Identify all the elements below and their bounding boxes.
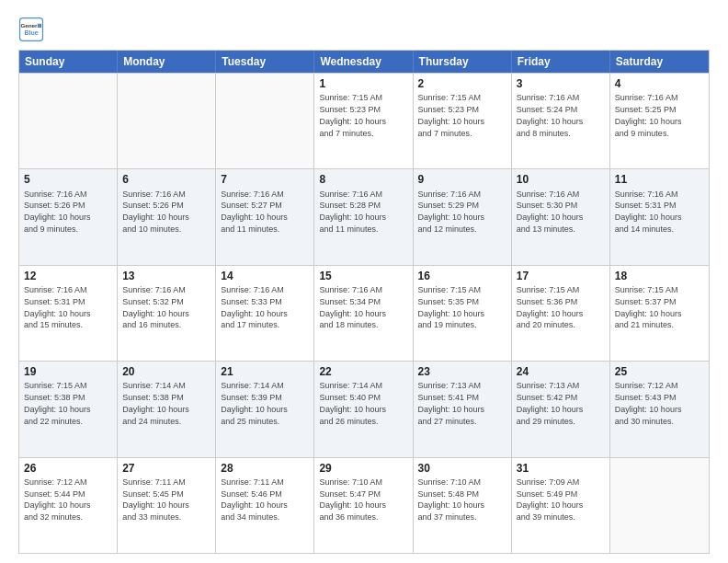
cell-info: Sunrise: 7:16 AM Sunset: 5:28 PM Dayligh… [319,190,386,234]
day-number: 7 [221,172,309,187]
calendar-cell: 15Sunrise: 7:16 AM Sunset: 5:34 PM Dayli… [314,266,413,361]
day-number: 29 [319,461,407,476]
cell-info: Sunrise: 7:16 AM Sunset: 5:33 PM Dayligh… [221,285,288,329]
calendar-cell: 26Sunrise: 7:12 AM Sunset: 5:44 PM Dayli… [19,458,118,553]
calendar-cell: 7Sunrise: 7:16 AM Sunset: 5:27 PM Daylig… [216,169,314,264]
day-number: 21 [221,364,309,379]
cell-info: Sunrise: 7:16 AM Sunset: 5:24 PM Dayligh… [517,93,584,137]
calendar-header: SundayMondayTuesdayWednesdayThursdayFrid… [19,51,709,73]
calendar-cell: 13Sunrise: 7:16 AM Sunset: 5:32 PM Dayli… [118,266,216,361]
day-number: 9 [418,172,506,187]
cell-info: Sunrise: 7:12 AM Sunset: 5:44 PM Dayligh… [24,477,91,522]
calendar-cell: 31Sunrise: 7:09 AM Sunset: 5:49 PM Dayli… [512,458,610,553]
logo: General Blue [18,17,44,42]
cell-info: Sunrise: 7:16 AM Sunset: 5:29 PM Dayligh… [418,190,485,234]
day-number: 26 [24,461,112,476]
day-number: 8 [319,172,407,187]
calendar-row: 26Sunrise: 7:12 AM Sunset: 5:44 PM Dayli… [19,457,709,553]
cell-info: Sunrise: 7:10 AM Sunset: 5:47 PM Dayligh… [319,477,386,522]
calendar-row: 1Sunrise: 7:15 AM Sunset: 5:23 PM Daylig… [19,73,709,168]
calendar-row: 5Sunrise: 7:16 AM Sunset: 5:26 PM Daylig… [19,168,709,264]
calendar-cell: 10Sunrise: 7:16 AM Sunset: 5:30 PM Dayli… [512,169,610,264]
cell-info: Sunrise: 7:15 AM Sunset: 5:23 PM Dayligh… [418,93,485,137]
calendar-cell: 6Sunrise: 7:16 AM Sunset: 5:26 PM Daylig… [118,169,216,264]
calendar-cell: 25Sunrise: 7:12 AM Sunset: 5:43 PM Dayli… [610,362,709,456]
cell-info: Sunrise: 7:16 AM Sunset: 5:26 PM Dayligh… [24,190,91,234]
calendar-cell: 14Sunrise: 7:16 AM Sunset: 5:33 PM Dayli… [216,266,314,361]
day-number: 1 [319,76,407,91]
cell-info: Sunrise: 7:11 AM Sunset: 5:45 PM Dayligh… [122,477,189,522]
logo-icon: General Blue [18,17,44,42]
day-number: 11 [615,172,704,187]
cell-info: Sunrise: 7:16 AM Sunset: 5:25 PM Dayligh… [615,93,682,137]
calendar-cell: 21Sunrise: 7:14 AM Sunset: 5:39 PM Dayli… [216,362,314,456]
day-number: 6 [122,172,210,187]
day-number: 16 [418,269,506,283]
cell-info: Sunrise: 7:13 AM Sunset: 5:41 PM Dayligh… [418,381,485,425]
cell-info: Sunrise: 7:15 AM Sunset: 5:35 PM Dayligh… [418,285,485,329]
day-number: 28 [221,461,309,476]
header-day: Monday [118,51,216,73]
calendar-cell: 3Sunrise: 7:16 AM Sunset: 5:24 PM Daylig… [512,74,610,168]
svg-text:Blue: Blue [24,29,38,36]
cell-info: Sunrise: 7:12 AM Sunset: 5:43 PM Dayligh… [615,381,682,425]
calendar-cell: 28Sunrise: 7:11 AM Sunset: 5:46 PM Dayli… [216,458,314,553]
calendar-cell: 19Sunrise: 7:15 AM Sunset: 5:38 PM Dayli… [19,362,118,456]
day-number: 24 [517,364,605,379]
day-number: 22 [319,364,407,379]
header-day: Friday [512,51,610,73]
cell-info: Sunrise: 7:16 AM Sunset: 5:31 PM Dayligh… [24,285,91,329]
header-day: Tuesday [216,51,314,73]
calendar-cell: 2Sunrise: 7:15 AM Sunset: 5:23 PM Daylig… [414,74,512,168]
day-number: 18 [615,269,704,283]
calendar: SundayMondayTuesdayWednesdayThursdayFrid… [18,50,710,554]
cell-info: Sunrise: 7:15 AM Sunset: 5:38 PM Dayligh… [24,381,91,425]
cell-info: Sunrise: 7:09 AM Sunset: 5:49 PM Dayligh… [517,477,584,522]
calendar-row: 12Sunrise: 7:16 AM Sunset: 5:31 PM Dayli… [19,265,709,361]
calendar-cell [118,74,216,168]
day-number: 2 [418,76,506,91]
cell-info: Sunrise: 7:16 AM Sunset: 5:34 PM Dayligh… [319,285,386,329]
day-number: 14 [221,269,309,283]
calendar-cell: 17Sunrise: 7:15 AM Sunset: 5:36 PM Dayli… [512,266,610,361]
calendar-cell: 5Sunrise: 7:16 AM Sunset: 5:26 PM Daylig… [19,169,118,264]
calendar-cell: 8Sunrise: 7:16 AM Sunset: 5:28 PM Daylig… [314,169,413,264]
day-number: 30 [418,461,506,476]
day-number: 15 [319,269,407,283]
calendar-cell: 24Sunrise: 7:13 AM Sunset: 5:42 PM Dayli… [512,362,610,456]
calendar-row: 19Sunrise: 7:15 AM Sunset: 5:38 PM Dayli… [19,361,709,456]
day-number: 19 [24,364,112,379]
calendar-cell: 18Sunrise: 7:15 AM Sunset: 5:37 PM Dayli… [610,266,709,361]
calendar-body: 1Sunrise: 7:15 AM Sunset: 5:23 PM Daylig… [19,73,709,553]
day-number: 13 [122,269,210,283]
cell-info: Sunrise: 7:13 AM Sunset: 5:42 PM Dayligh… [517,381,584,425]
calendar-cell: 4Sunrise: 7:16 AM Sunset: 5:25 PM Daylig… [610,74,709,168]
cell-info: Sunrise: 7:16 AM Sunset: 5:27 PM Dayligh… [221,190,288,234]
header-day: Wednesday [314,51,413,73]
day-number: 25 [615,364,704,379]
cell-info: Sunrise: 7:15 AM Sunset: 5:37 PM Dayligh… [615,285,682,329]
cell-info: Sunrise: 7:14 AM Sunset: 5:39 PM Dayligh… [221,381,288,425]
day-number: 4 [615,76,704,91]
cell-info: Sunrise: 7:16 AM Sunset: 5:30 PM Dayligh… [517,190,584,234]
day-number: 5 [24,172,112,187]
calendar-cell: 9Sunrise: 7:16 AM Sunset: 5:29 PM Daylig… [414,169,512,264]
header-day: Sunday [19,51,118,73]
calendar-cell: 23Sunrise: 7:13 AM Sunset: 5:41 PM Dayli… [414,362,512,456]
cell-info: Sunrise: 7:15 AM Sunset: 5:36 PM Dayligh… [517,285,584,329]
header-day: Thursday [414,51,512,73]
day-number: 3 [517,76,605,91]
day-number: 31 [517,461,605,476]
calendar-cell: 30Sunrise: 7:10 AM Sunset: 5:48 PM Dayli… [414,458,512,553]
cell-info: Sunrise: 7:10 AM Sunset: 5:48 PM Dayligh… [418,477,485,522]
day-number: 17 [517,269,605,283]
calendar-cell [19,74,118,168]
calendar-cell: 16Sunrise: 7:15 AM Sunset: 5:35 PM Dayli… [414,266,512,361]
calendar-cell: 20Sunrise: 7:14 AM Sunset: 5:38 PM Dayli… [118,362,216,456]
calendar-cell: 29Sunrise: 7:10 AM Sunset: 5:47 PM Dayli… [314,458,413,553]
cell-info: Sunrise: 7:16 AM Sunset: 5:26 PM Dayligh… [122,190,189,234]
cell-info: Sunrise: 7:16 AM Sunset: 5:31 PM Dayligh… [615,190,682,234]
cell-info: Sunrise: 7:15 AM Sunset: 5:23 PM Dayligh… [319,93,386,137]
day-number: 10 [517,172,605,187]
calendar-cell: 22Sunrise: 7:14 AM Sunset: 5:40 PM Dayli… [314,362,413,456]
